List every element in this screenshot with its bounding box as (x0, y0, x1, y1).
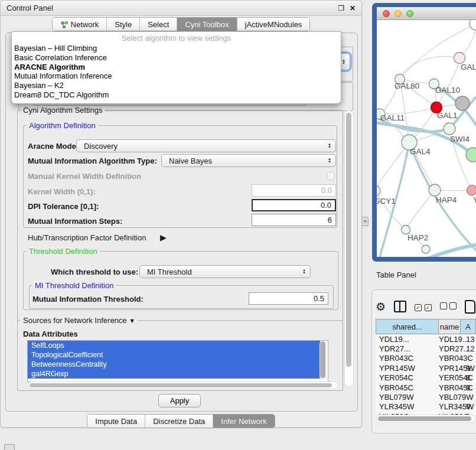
network-node-salmon[interactable] (467, 185, 476, 195)
settings-scrollbar-thumb[interactable] (346, 113, 351, 367)
bottom-tab-impute-data[interactable]: Impute Data (87, 415, 145, 428)
aracne-mode-combo[interactable]: Discovery ▲▼ (76, 139, 336, 152)
algorithm-definition-title: Algorithm Definition (27, 121, 98, 130)
float-window-icon[interactable]: ❐ (338, 4, 344, 12)
minimize-traffic-light-icon[interactable] (395, 10, 402, 17)
algorithm-option[interactable]: Dream8 DC_TDC Algorithm (12, 90, 341, 100)
table-column-header[interactable]: A (461, 319, 476, 334)
network-node-GCY1[interactable] (377, 185, 380, 196)
mi-threshold-field[interactable]: 0.5 (249, 292, 328, 305)
network-view-window: GALGAL80GAL10GAL1GAL11GAL4SWI4HAP4YGCY1H… (377, 7, 476, 257)
data-attribute-item[interactable]: SelfLoops (28, 341, 320, 350)
dpi-tolerance-value: 0.0 (321, 201, 331, 210)
zoom-traffic-light-icon[interactable] (406, 10, 413, 17)
table-column-header[interactable]: shared... (376, 319, 439, 334)
network-node-label: GAL80 (395, 81, 419, 90)
panel-splitter-handle[interactable]: ◂▸ (361, 217, 369, 226)
network-node-SWI4[interactable] (466, 148, 476, 162)
table-hscrollbar[interactable] (376, 415, 475, 423)
network-node-GAL1[interactable] (444, 123, 455, 135)
data-attribute-item[interactable]: gal4RGexp (28, 369, 320, 379)
dpi-tolerance-label: DPI Tolerance [0,1]: (28, 202, 99, 211)
mi-steps-field[interactable]: 6 (252, 214, 336, 226)
table-cell: YLR345W (376, 402, 439, 411)
which-threshold-combo[interactable]: MI Threshold ▲▼ (139, 265, 311, 278)
algorithm-option[interactable]: Basic Correlation Inference (12, 53, 341, 63)
network-node-label: HAP4 (436, 195, 457, 204)
network-edge (400, 57, 459, 79)
tab-label: Select (148, 20, 169, 29)
tab-style[interactable]: Style (107, 18, 140, 31)
attributes-scrollbar[interactable] (319, 341, 327, 380)
table-cell: YPR145W (439, 364, 465, 373)
network-node-pink-top[interactable] (454, 53, 465, 64)
bottom-tab-discretize-data[interactable]: Discretize Data (145, 415, 213, 428)
algorithm-option[interactable]: Bayesian – K2 (12, 81, 341, 90)
manual-kernel-checkbox[interactable] (327, 172, 335, 180)
kernel-width-field[interactable]: 0.0 (252, 184, 336, 197)
table-cell: YPR145W (376, 364, 439, 373)
network-canvas[interactable]: GALGAL80GAL10GAL1GAL11GAL4SWI4HAP4YGCY1H… (377, 20, 476, 257)
bottom-tab-label: Discretize Data (153, 417, 205, 426)
algorithm-option[interactable]: Bayesian – Hill Climbing (12, 44, 341, 53)
table-cell: 8. (465, 373, 472, 382)
combo-arrows-icon: ▲▼ (328, 143, 331, 149)
select-all-columns-icon[interactable]: ✓ ✓ (415, 301, 431, 312)
table-column-header[interactable]: name (439, 319, 461, 334)
bottom-tab-label: Impute Data (95, 417, 137, 426)
settings-hscrollbar[interactable] (28, 381, 338, 389)
network-node-bottom-node[interactable] (422, 245, 430, 253)
tab-select[interactable]: Select (140, 18, 177, 31)
algorithm-popup-list: Bayesian – Hill ClimbingBasic Correlatio… (12, 44, 341, 100)
split-view-icon[interactable] (394, 301, 406, 312)
chevron-down-icon[interactable]: ▼ (129, 317, 135, 324)
apply-button[interactable]: Apply (158, 394, 201, 407)
chevron-right-icon[interactable]: ▶ (160, 233, 167, 242)
algorithm-option[interactable]: ARACNE Algorithm (12, 63, 341, 72)
control-panel-title: Control Panel (6, 4, 332, 12)
hub-section-label: Hub/Transcription Factor Definition (28, 233, 146, 242)
attributes-scrollbar-thumb[interactable] (320, 341, 325, 378)
table-cell: YDL19... (376, 335, 439, 344)
gear-icon[interactable]: ⚙ (376, 300, 386, 314)
table-row[interactable]: YER054CYER054C8. (376, 373, 476, 383)
control-panel-titlebar: Control Panel ❐ ✕ (1, 1, 361, 16)
tab-cyni-toolbox[interactable]: Cyni Toolbox (177, 18, 237, 31)
data-attributes-list[interactable]: SelfLoopsTopologicalCoefficientBetweenne… (27, 340, 328, 382)
table-cell: YBR043C (439, 354, 465, 363)
table-row[interactable]: YBR045CYBR045C9. (376, 383, 476, 392)
collapsed-panel-chip[interactable] (4, 444, 15, 450)
aracne-mode-label: Aracne Mode: (28, 142, 79, 151)
network-node-HAP4[interactable] (429, 184, 441, 196)
document-icon[interactable] (465, 300, 475, 314)
settings-scrollbar[interactable] (344, 110, 354, 387)
algorithm-option[interactable]: Mutual Information Inference (12, 71, 341, 81)
dpi-tolerance-field[interactable]: 0.0 (252, 199, 336, 211)
table-cell: 12 (465, 344, 474, 353)
mi-type-value: Naive Bayes (169, 156, 212, 165)
network-node-corner[interactable] (470, 20, 476, 30)
close-window-icon[interactable]: ✕ (350, 4, 356, 12)
network-node-label: GAL11 (380, 113, 405, 122)
network-node-gray-node[interactable] (455, 96, 470, 110)
table-row[interactable]: YPR145WYPR145W9. (376, 363, 476, 373)
table-row[interactable]: YLR345WYLR345W9. (376, 402, 476, 412)
mi-type-combo[interactable]: Naive Bayes ▲▼ (161, 154, 336, 167)
data-attribute-item[interactable]: BetweennessCentrality (28, 360, 320, 369)
table-row[interactable]: YBL079WYBL079W (376, 392, 476, 402)
table-hscrollbar-thumb[interactable] (378, 416, 471, 421)
tab-network[interactable]: Network (53, 18, 107, 31)
table-row[interactable]: YBR043CYBR043C (376, 354, 476, 363)
data-attribute-item[interactable]: TopologicalCoefficient (28, 350, 320, 360)
mi-threshold-group-title: MI Threshold Definition (32, 281, 116, 290)
mi-type-label: Mutual Information Algorithm Type: (28, 156, 157, 165)
table-cell: 9. (465, 402, 472, 411)
tab-jactivemnodules[interactable]: jActiveMNodules (237, 18, 310, 31)
bottom-tab-infer-network[interactable]: Infer Network (213, 415, 274, 428)
unselect-all-columns-icon[interactable] (440, 301, 457, 312)
table-row[interactable]: YDL19...YDL19...13 (376, 334, 476, 344)
table-row[interactable]: YDR27...YDR27...12 (376, 344, 476, 353)
table-body[interactable]: YDL19...YDL19...13YDR27...YDR27...12YBR0… (376, 334, 476, 415)
close-traffic-light-icon[interactable] (383, 10, 390, 17)
settings-hscrollbar-thumb[interactable] (30, 383, 332, 387)
